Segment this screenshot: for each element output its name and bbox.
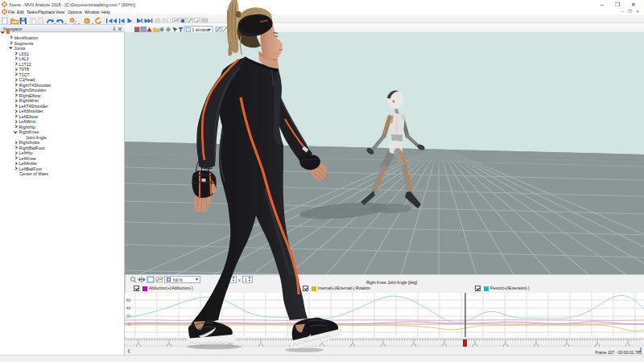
svg-text:20: 20 (126, 315, 131, 319)
svg-text:40: 40 (126, 306, 131, 311)
svg-text:60: 60 (126, 298, 131, 302)
